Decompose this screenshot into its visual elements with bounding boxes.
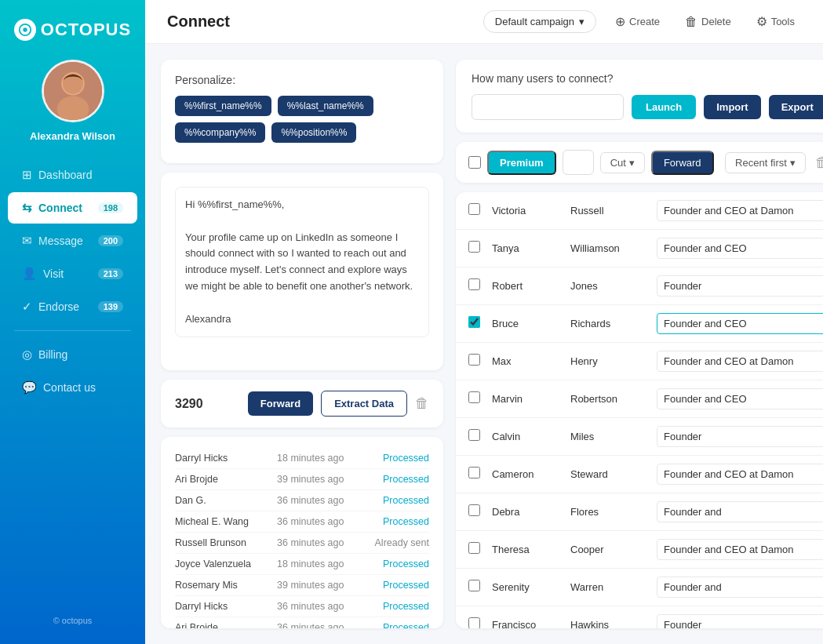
user-title: Founder and — [657, 501, 823, 522]
select-all-checkbox[interactable] — [468, 156, 481, 169]
tag-company[interactable]: %%company%% — [175, 122, 265, 143]
user-last-name: Jones — [570, 280, 657, 292]
row-checkbox-11 — [468, 617, 492, 628]
sidebar-item-message[interactable]: ✉ Message 200 — [8, 225, 137, 257]
log-time: 36 minutes ago — [277, 622, 383, 628]
personalize-card: Personalize: %%first_name%% %%last_name%… — [161, 60, 443, 163]
table-row: Victoria Russell Founder and CEO at Damo… — [456, 192, 823, 230]
log-item: Ari Brojde 36 minutes ago Processed — [175, 617, 429, 628]
row-checkbox-7 — [468, 467, 492, 482]
action-bar: 3290 Forward Extract Data 🗑 — [161, 380, 443, 428]
user-last-name: Russell — [570, 205, 657, 216]
user-last-name: Henry — [570, 355, 657, 367]
table-row: Marvin Robertson Founder and CEO — [456, 380, 823, 418]
table-row: Tanya Williamson Founder and CEO — [456, 230, 823, 267]
cut-filter[interactable]: Cut ▾ — [600, 152, 645, 173]
filter-trash-icon[interactable]: 🗑 — [815, 155, 823, 171]
endorse-badge: 139 — [98, 301, 123, 312]
log-name: Micheal E. Wang — [175, 516, 269, 527]
user-checkbox[interactable] — [468, 391, 480, 403]
user-last-name: Flores — [570, 506, 657, 518]
delete-button[interactable]: 🗑 Delete — [679, 11, 737, 33]
campaign-selector[interactable]: Default campaign ▾ — [483, 10, 596, 33]
log-time: 36 minutes ago — [277, 537, 375, 548]
sidebar-item-dashboard[interactable]: ⊞ Dashboard — [8, 159, 137, 191]
user-checkbox[interactable] — [468, 617, 480, 628]
row-checkbox-0 — [468, 203, 492, 218]
user-last-name: Warren — [570, 581, 657, 593]
user-first-name: Serenity — [492, 581, 570, 593]
connect-header: How many users to connect? Launch Import… — [456, 60, 823, 133]
endorse-icon: ✓ — [22, 300, 32, 314]
create-button[interactable]: ⊕ Create — [609, 10, 666, 33]
user-title: Founder — [657, 614, 823, 628]
log-time: 36 minutes ago — [277, 516, 383, 527]
svg-point-5 — [63, 74, 83, 94]
import-button[interactable]: Import — [704, 95, 760, 119]
user-last-name: Hawkins — [570, 619, 657, 628]
tag-first-name[interactable]: %%first_name%% — [175, 96, 271, 116]
log-name: Darryl Hicks — [175, 453, 269, 464]
delete-icon[interactable]: 🗑 — [415, 395, 429, 412]
topbar-right: Default campaign ▾ ⊕ Create 🗑 Delete ⚙ T… — [483, 10, 801, 33]
user-first-name: Bruce — [492, 318, 570, 329]
sidebar-item-connect[interactable]: ⇆ Connect 198 — [8, 192, 137, 224]
export-button[interactable]: Export — [769, 95, 823, 119]
premium-filter[interactable]: Premium — [487, 151, 556, 175]
tag-position[interactable]: %%position%% — [271, 122, 356, 143]
user-title: Founder — [657, 275, 823, 297]
extract-data-button[interactable]: Extract Data — [321, 391, 407, 417]
table-row: Calvin Miles Founder — [456, 418, 823, 456]
tag-row-2: %%company%% %%position%% — [175, 122, 429, 143]
tools-button[interactable]: ⚙ Tools — [750, 10, 801, 33]
contact-icon: 💬 — [22, 380, 37, 395]
log-name: Darryl Hicks — [175, 601, 269, 612]
user-title: Founder and CEO — [657, 313, 823, 334]
row-checkbox-4 — [468, 354, 492, 369]
user-checkbox[interactable] — [468, 241, 480, 253]
user-checkbox[interactable] — [468, 429, 480, 441]
user-checkbox[interactable] — [468, 203, 480, 215]
user-checkbox[interactable] — [468, 504, 480, 516]
forward-button[interactable]: Forward — [248, 391, 313, 416]
forward-filter[interactable]: Forward — [651, 151, 714, 175]
table-row: Debra Flores Founder and — [456, 493, 823, 531]
personalize-label: Personalize: — [175, 74, 429, 86]
log-item: Darryl Hicks 18 minutes ago Processed — [175, 448, 429, 469]
log-status: Processed — [383, 601, 429, 612]
logo: OCTOPUS — [14, 19, 131, 41]
sort-selector[interactable]: Recent first ▾ — [725, 152, 806, 173]
log-status: Processed — [383, 580, 429, 591]
table-row: Robert Jones Founder — [456, 267, 823, 305]
sidebar-item-contact[interactable]: 💬 Contact us — [8, 372, 137, 403]
user-checkbox[interactable] — [468, 354, 480, 366]
count-display: 3290 — [175, 397, 240, 411]
user-checkbox[interactable] — [468, 278, 480, 290]
table-row: Max Henry Founder and CEO at Damon — [456, 343, 823, 380]
row-checkbox-6 — [468, 429, 492, 444]
message-text[interactable]: Hi %%first_name%%, Your profile came up … — [175, 187, 429, 337]
logo-icon — [14, 19, 36, 41]
log-time: 18 minutes ago — [277, 453, 383, 464]
log-status: Processed — [383, 474, 429, 485]
user-checkbox[interactable] — [468, 316, 480, 328]
sidebar-item-visit[interactable]: 👤 Visit 213 — [8, 258, 137, 289]
row-checkbox-5 — [468, 391, 492, 406]
tag-last-name[interactable]: %%last_name%% — [278, 96, 373, 116]
message-icon: ✉ — [22, 234, 32, 248]
log-name: Dan G. — [175, 495, 269, 506]
search-input[interactable] — [472, 94, 624, 120]
log-card: Darryl Hicks 18 minutes ago Processed Ar… — [161, 437, 443, 628]
user-title: Founder and CEO at Damon — [657, 351, 823, 372]
user-first-name: Theresa — [492, 544, 570, 555]
user-first-name: Francisco — [492, 619, 570, 628]
user-checkbox[interactable] — [468, 542, 480, 554]
sidebar-item-billing[interactable]: ◎ Billing — [8, 339, 137, 370]
user-checkbox[interactable] — [468, 467, 480, 478]
log-name: Rosemary Mis — [175, 580, 269, 591]
user-checkbox[interactable] — [468, 580, 480, 591]
launch-button[interactable]: Launch — [632, 95, 696, 119]
user-last-name: Cooper — [570, 544, 657, 555]
user-first-name: Robert — [492, 280, 570, 292]
sidebar-item-endorse[interactable]: ✓ Endorse 139 — [8, 291, 137, 322]
